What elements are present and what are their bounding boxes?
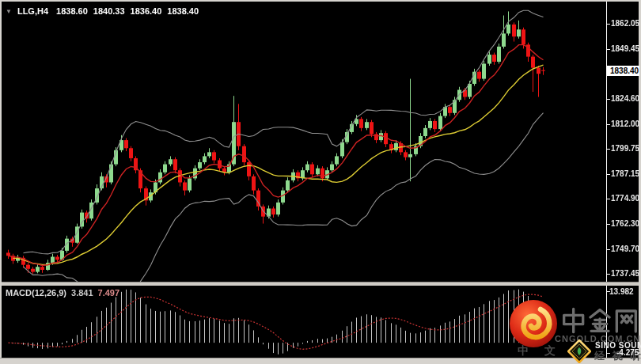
macd-axis-min-label: -4.275 [616, 348, 639, 357]
symbol-ohlc-bar: ▼LLG,H41838.601840.331836.401838.40 [6, 6, 204, 16]
window-frame-top [0, 0, 641, 2]
symbol-label: LLG,H4 [17, 6, 48, 16]
low-value: 1836.40 [131, 6, 162, 16]
price-axis-label: 1824.60 [611, 94, 639, 103]
window-frame-left [0, 0, 2, 364]
close-value: 1838.40 [167, 6, 199, 16]
price-axis-label: 1812.00 [611, 119, 639, 128]
macd-axis-max-label: 13.982 [609, 287, 634, 296]
price-axis-label: 1787.15 [611, 169, 639, 178]
open-value: 1838.60 [56, 6, 88, 16]
price-axis[interactable]: 1862.051849.451824.601812.001799.751787.… [606, 0, 641, 358]
price-axis-label: 1762.30 [611, 219, 639, 228]
macd-main-value: 3.841 [71, 288, 93, 298]
current-price-box: 1838.40 [607, 66, 639, 76]
price-axis-label: 1737.45 [611, 269, 639, 278]
price-axis-label: 1849.45 [611, 44, 639, 53]
price-axis-label: 1749.70 [611, 245, 639, 253]
panel-splitter[interactable] [2, 282, 639, 286]
mt4-chart-window: ▼LLG,H41838.601840.331836.401838.40 MACD… [0, 0, 641, 364]
macd-label: MACD(12,26,9) [6, 288, 66, 298]
price-axis-label: 1774.90 [611, 194, 639, 203]
high-value: 1840.33 [93, 6, 125, 16]
macd-indicator-bar: MACD(12,26,9)3.8417.497 [6, 288, 119, 298]
macd-signal-value: 7.497 [98, 288, 120, 298]
price-axis-label: 1799.75 [611, 144, 639, 153]
price-axis-label: 1862.05 [611, 19, 639, 28]
window-frame-bottom [0, 358, 641, 364]
chevron-down-icon[interactable]: ▼ [6, 8, 12, 15]
price-chart-canvas[interactable] [0, 0, 641, 364]
